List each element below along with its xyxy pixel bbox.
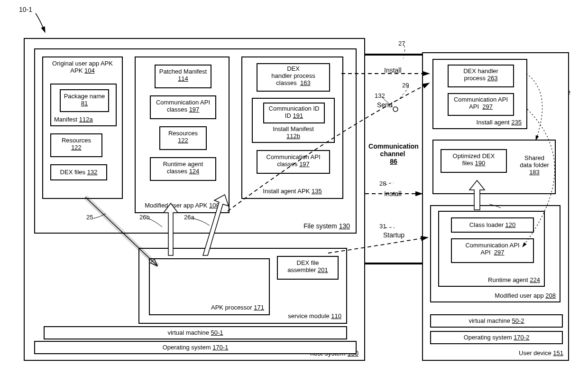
startup-label: Startup (383, 231, 404, 239)
dex-files-132: DEX files 132 (50, 164, 107, 180)
user-device: User device 151 DEX handler process 263 … (422, 52, 569, 361)
file-system-ref: 130 (339, 222, 350, 230)
c26b: 26b (139, 214, 150, 221)
c28: 28 (379, 180, 386, 188)
dex-file-assembler: DEX file assembler 201 (277, 256, 339, 280)
install-agent-apk-label: Install agent APK 135 (242, 188, 342, 195)
shared-data-folder: Optimized DEX files 190 Shared data fold… (432, 140, 556, 194)
dex-handler-classes-163: DEXhandler processclasses 163 (257, 63, 330, 92)
apk-processor-label: APK processor 171 (211, 304, 264, 311)
service-module-label: service module 110 (288, 313, 341, 320)
apk-processor: APK processor 171 (149, 258, 270, 315)
file-system-label: File system 130 (303, 222, 350, 230)
runtime-agent-classes-124: Runtime agent classes 124 (150, 157, 216, 181)
modified-user-app: Class loader 120 Communication APIAPI 29… (430, 205, 560, 302)
runtime-agent-label: Runtime agent 224 (488, 277, 540, 284)
modified-apk-label: Modified user app APK 108 (136, 202, 229, 209)
dex-handler-process-263: DEX handler process 263 (448, 65, 514, 87)
c31: 31 (379, 223, 386, 230)
c26a: 26a (184, 214, 194, 221)
optimized-dex-190: Optimized DEX files 190 (441, 149, 507, 173)
user-device-label: User device 151 (519, 350, 563, 357)
comm-api-classes-197b: Communication API classes 197 (257, 150, 330, 174)
service-module: service module 110 APK processor 171 DEX… (138, 248, 347, 324)
os-device: Operating system 170-2 (430, 331, 563, 344)
patched-manifest-114: Patched Manifest 114 (155, 65, 211, 88)
comm-channel: Communication channel 86 (368, 142, 420, 165)
figure-id: 10-1 (19, 6, 32, 13)
modified-user-app-label: Modified user app 208 (495, 292, 556, 300)
vm-host: virtual machine 50-1 (44, 326, 347, 339)
shared-data-folder-label: Shared data folder 183 (518, 155, 551, 176)
modified-apk: Patched Manifest 114 Communication API c… (135, 56, 230, 213)
install-manifest-112b: Communication IDID 191 Install Manifest … (252, 98, 335, 143)
send-label: Send (377, 101, 393, 109)
comm-api-classes-197a: Communication API classes 197 (150, 95, 216, 119)
resources-122b: Resources 122 (159, 126, 207, 150)
file-system: File system 130 Original user app APKAPK… (34, 48, 357, 234)
os-host: Operating system 170-1 (34, 341, 357, 354)
comm-api-297b: Communication APIAPI 297 (451, 238, 534, 263)
svg-point-4 (393, 107, 398, 112)
install-agent-label: Install agent 235 (477, 119, 522, 126)
install-agent: DEX handler process 263 Communication AP… (432, 59, 527, 129)
manifest-112a: Package name 81 Manifest 112a (50, 84, 117, 126)
install-manifest-label: Install Manifest 112b (253, 126, 334, 140)
resources-122a: Resources 122 (50, 133, 102, 157)
vm-device: virtual machine 50-2 (430, 314, 563, 328)
install-label-top: Install (384, 66, 402, 74)
class-loader-120: Class loader 120 (451, 217, 534, 233)
runtime-agent: Class loader 120 Communication APIAPI 29… (438, 211, 545, 287)
manifest-label: Manifest 112a (54, 116, 93, 123)
host-system: host system 150 File system 130 Original… (24, 38, 365, 361)
install-label-mid: Install (384, 190, 402, 198)
c132: 132 (375, 93, 385, 100)
comm-id-191: Communication IDID 191 (263, 103, 325, 123)
file-system-text: File system (303, 222, 337, 230)
c27: 27 (398, 40, 405, 47)
package-name-81: Package name 81 (60, 89, 109, 112)
original-apk: Original user app APKAPK 104 Package nam… (42, 56, 123, 199)
comm-api-297a: Communication APIAPI 297 (448, 93, 514, 116)
c25: 25 (86, 214, 93, 221)
c29: 29 (402, 82, 409, 89)
install-agent-apk: DEXhandler processclasses 163 Communicat… (241, 56, 343, 199)
original-apk-title: Original user app APKAPK 104 (43, 60, 122, 75)
